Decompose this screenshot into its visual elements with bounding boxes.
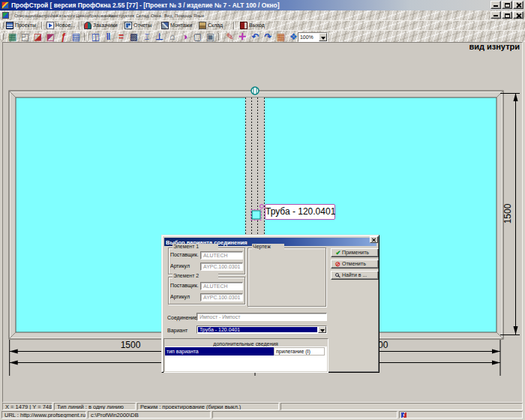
new-icon — [46, 22, 54, 29]
profile-tooltip: Труба - 120.0401 — [265, 204, 335, 220]
warehouse-button[interactable]: Склад — [199, 21, 234, 30]
minimize-button[interactable] — [490, 1, 501, 9]
pencil-icon: ✎ — [226, 32, 233, 42]
toolbar-grip — [2, 22, 4, 28]
connection-marker-selected[interactable] — [252, 211, 260, 219]
price-table-button[interactable]: ▦ — [274, 31, 287, 42]
house-icon: ⌂ — [170, 32, 175, 42]
address-bar: URL : http://www.profsegment.ru c:\ProfW… — [0, 411, 525, 419]
status-empty2 — [212, 411, 398, 418]
check-icon: ✔ — [336, 249, 341, 256]
exit-button[interactable]: Выход — [240, 21, 276, 30]
projects-icon — [6, 22, 14, 29]
mounting-icon — [161, 22, 169, 29]
mdi-close-icon — [515, 13, 522, 19]
mdi-restore-button[interactable] — [502, 11, 512, 19]
cancel-button[interactable]: ⊘Отменить — [331, 260, 379, 268]
new-button[interactable]: Новое... — [46, 21, 89, 30]
element1-article-field[interactable]: AYPC.100.0301 — [200, 262, 243, 271]
reports-button[interactable]: Отчеты — [124, 21, 164, 30]
projects-button[interactable]: Проекты — [6, 21, 51, 30]
new-project-icon: ◰ — [21, 32, 29, 42]
element1-article-label: Артикул — [170, 263, 204, 269]
impost-horizontal-icon: = — [118, 32, 124, 42]
grid-table-icon: ▩ — [130, 32, 138, 42]
drawing-label: Чертеж — [252, 244, 284, 251]
status-line-type: Тип линий : в одну линию — [54, 403, 136, 410]
zoom-combobox[interactable]: 100% — [298, 32, 328, 42]
magnifier-icon — [335, 273, 339, 277]
element1-supplier-field[interactable]: ALUTECH — [200, 251, 243, 260]
menu-language[interactable]: Язык — [194, 10, 214, 20]
cancel-icon: ⊘ — [335, 260, 340, 268]
drawing-group: Чертеж — [248, 248, 326, 307]
dialog-close-button[interactable] — [370, 236, 378, 243]
status-bar: X = 1479 | Y = 748 Тип линий : в одну ли… — [0, 403, 525, 411]
extra-row-value[interactable]: прилегание (I) — [274, 347, 325, 356]
formula-button[interactable]: ƒ — [57, 31, 70, 42]
exit-icon — [240, 22, 248, 29]
element2-article-label: Артикул — [170, 294, 204, 300]
zoom-value: 100% — [300, 34, 314, 40]
print-icon: ▣ — [206, 32, 214, 42]
close-icon — [515, 2, 522, 8]
beam-bottom-button[interactable]: ⊥ — [153, 31, 166, 42]
sphere-section-icon: ◑ — [182, 32, 188, 42]
grid-table-button[interactable]: ▩ — [128, 31, 140, 42]
sphere-section-button[interactable]: ◑ — [178, 31, 191, 42]
edit-sketch-button[interactable]: ▤ — [70, 31, 82, 42]
open-button[interactable]: ◪ — [32, 31, 44, 42]
variant-combobox[interactable]: Труба - 120.0401 — [196, 326, 327, 334]
redo-icon: ↷ — [264, 32, 272, 42]
variant-value: Труба - 120.0401 — [198, 327, 317, 332]
move-node-button[interactable]: ✛ — [236, 31, 249, 42]
pencil-button[interactable]: ✎ — [224, 31, 236, 42]
impost-vertical-button[interactable]: ‖ — [102, 31, 115, 42]
mdi-close-button[interactable] — [513, 11, 524, 19]
new-project-button[interactable]: ◰ — [19, 31, 32, 42]
settings-grid-button[interactable]: ▦ — [6, 31, 19, 42]
extra-info-header: дополнительные сведения — [164, 339, 328, 346]
preview-monitor-icon: ▢ — [194, 32, 202, 42]
connection-variant-dialog: Выбор варианта соединения Элемент 1 Пост… — [161, 235, 380, 373]
edit-sketch-icon: ▤ — [72, 32, 80, 42]
open-icon: ◪ — [34, 32, 42, 42]
element2-supplier-field[interactable]: ALUTECH — [200, 282, 243, 290]
warehouse-icon — [199, 22, 206, 29]
apply-button[interactable]: ✔Применить — [331, 248, 379, 257]
element2-article-field[interactable]: AYPC.100.0301 — [200, 293, 243, 302]
beam-horizontal-button[interactable]: ⌶ — [140, 31, 153, 42]
variant-dropdown-icon[interactable] — [318, 326, 326, 333]
house-button[interactable]: ⌂ — [166, 31, 178, 42]
view-label: вид изнутри — [469, 42, 520, 51]
extra-row-key[interactable]: тип варианта — [165, 347, 274, 356]
reports-icon — [124, 22, 132, 29]
undo-icon: ↶ — [251, 32, 259, 42]
title-bar: ПрофСтрой [ версия ПрофОкна 2.55 [77] - … — [0, 0, 525, 10]
status-url: URL : http://www.profsegment.ru — [2, 411, 86, 418]
window-colors-icon: ❖ — [290, 32, 298, 42]
icon-toolbar: ▦ ◰ ◪ ◩ ƒ ▤ ◫ ‖ = ▩ ⌶ ⊥ ⌂ ◑ ▢ ▣ ✎ ✛ ↶ ↷ … — [0, 30, 525, 42]
impost-horizontal-button[interactable]: = — [115, 31, 128, 42]
mdi-minimize-button[interactable] — [490, 11, 501, 19]
price-table-icon: ▦ — [277, 32, 285, 42]
preview-monitor-button[interactable]: ▢ — [191, 31, 204, 42]
print-button[interactable]: ▣ — [204, 31, 217, 42]
connection-marker-top[interactable] — [251, 87, 259, 94]
mdi-document-icon[interactable] — [2, 12, 9, 19]
impost-vertical-icon: ‖ — [106, 32, 111, 42]
window-title: ПрофСтрой [ версия ПрофОкна 2.55 [77] - … — [11, 2, 279, 9]
save-button[interactable]: ◩ — [44, 31, 57, 42]
split-frame-button[interactable]: ◫ — [89, 31, 102, 42]
close-button[interactable] — [513, 1, 524, 9]
move-node-icon: ✛ — [238, 32, 246, 42]
redo-button[interactable]: ↷ — [262, 31, 274, 42]
restore-button[interactable] — [502, 1, 512, 9]
undo-button[interactable]: ↶ — [249, 31, 262, 42]
app-window: { "window": { "title": "ПрофСтрой [ верс… — [0, 0, 525, 420]
connection-field[interactable]: Импост - Импост — [196, 313, 327, 321]
beam-bottom-icon: ⊥ — [155, 32, 163, 42]
find-button[interactable]: Найти в ... — [331, 271, 379, 280]
zoom-dropdown-icon[interactable] — [319, 33, 327, 41]
status-mode: Режим : проектирование (бирки выкл.) — [137, 403, 279, 410]
